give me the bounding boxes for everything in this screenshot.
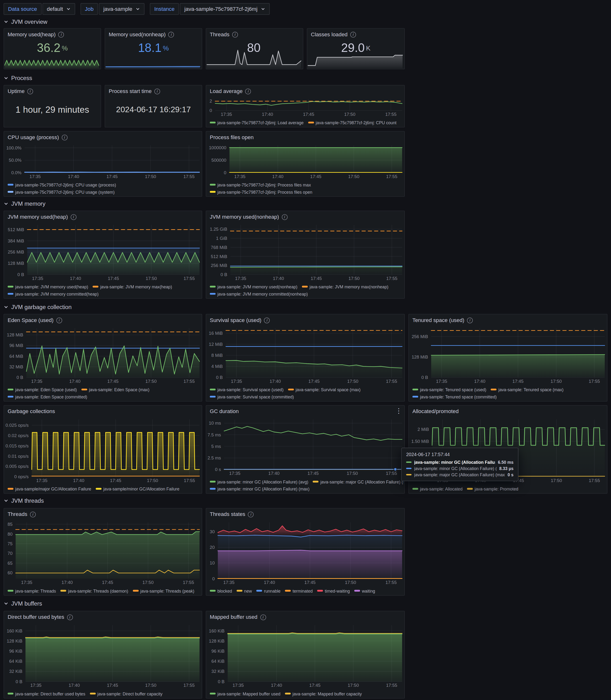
- panel-header[interactable]: Mapped buffer used i: [206, 611, 404, 623]
- legend-item[interactable]: java-sample-75c79877cf-2j6mj: Load avera…: [210, 120, 303, 125]
- legend-item[interactable]: java-sample-75c79877cf-2j6mj: CPU usage …: [8, 182, 116, 187]
- legend-item[interactable]: blocked: [210, 588, 232, 593]
- variable-value-datasource[interactable]: default: [42, 3, 75, 15]
- section-jvm-garbage-collection[interactable]: JVM garbage collection: [4, 303, 72, 310]
- panel-header[interactable]: Direct buffer used bytes i: [4, 611, 202, 623]
- chart-svg[interactable]: 0 B256 MiB512 MiB768 MiB1 GiB1.25 GiB17:…: [206, 223, 404, 282]
- legend-item[interactable]: java-sample: Eden Space (max): [81, 387, 149, 392]
- legend-item[interactable]: java-sample: Survival space (max): [288, 387, 360, 392]
- variable-label-datasource[interactable]: Data source: [4, 3, 42, 15]
- info-icon[interactable]: i: [67, 614, 73, 620]
- legend-item[interactable]: java-sample: minor GC (Allocation Failur…: [210, 486, 310, 491]
- section-jvm-buffers[interactable]: JVM buffers: [4, 599, 42, 607]
- chart-svg[interactable]: 0 B32 KiB64 KiB96 KiB128 KiB160 KiB17:35…: [206, 623, 404, 689]
- cpu-usage-chart[interactable]: 0.0%50.0%100.0%17:3517:4017:4517:5017:55: [4, 143, 201, 180]
- info-icon[interactable]: i: [245, 88, 251, 94]
- info-icon[interactable]: i: [168, 31, 174, 37]
- legend-item[interactable]: waiting: [354, 588, 375, 593]
- info-icon[interactable]: i: [248, 511, 254, 517]
- legend-item[interactable]: java-sample: JVM memory committed(heap): [8, 291, 99, 296]
- info-icon[interactable]: i: [30, 511, 36, 517]
- legend-item[interactable]: java-sample: Mapped buffer used: [210, 691, 281, 696]
- panel-header[interactable]: Process start time i: [105, 85, 202, 97]
- legend-item[interactable]: java-sample: Tenured space (max): [491, 387, 564, 392]
- section-jvm-memory[interactable]: JVM memory: [4, 200, 45, 207]
- panel-header[interactable]: Threads i: [206, 29, 303, 40]
- panel-header[interactable]: Allocated/promoted: [409, 406, 607, 417]
- garbage-collections-chart[interactable]: 0 ops/s0.005 ops/s0.01 ops/s0.015 ops/s0…: [4, 417, 201, 484]
- legend-item[interactable]: runnable: [256, 588, 281, 593]
- legend-item[interactable]: java-sample: Promoted: [467, 486, 518, 491]
- legend-item[interactable]: java-sample-75c79877cf-2j6mj: CPU usage …: [8, 189, 115, 194]
- legend-item[interactable]: java-sample: Tenured space (used): [413, 387, 486, 392]
- info-icon[interactable]: i: [467, 317, 473, 323]
- eden-space-chart[interactable]: 0 B32 MiB64 MiB96 MiB128 MiB17:3517:4017…: [4, 326, 201, 385]
- jvm-memory-heap-chart[interactable]: 0 B128 MiB256 MiB384 MiB512 MiB17:3517:4…: [4, 223, 201, 282]
- legend-item[interactable]: java-sample: Direct buffer capacity: [90, 691, 163, 696]
- chart-svg[interactable]: 010203017:3517:4017:4517:5017:55: [206, 520, 404, 586]
- panel-header[interactable]: Uptime i: [4, 85, 101, 97]
- legend-item[interactable]: java-sample: JVM memory used(nonheap): [210, 284, 298, 289]
- legend-item[interactable]: java-sample: JVM memory max(heap): [92, 284, 172, 289]
- mapped-buffer-chart[interactable]: 0 B32 KiB64 KiB96 KiB128 KiB160 KiB17:35…: [206, 623, 404, 689]
- gc-duration-chart[interactable]: 0 s2.5 ms5 ms7.5 ms10 ms17:3517:4017:451…: [206, 417, 404, 477]
- legend-item[interactable]: java-sample: Survival space (used): [210, 387, 284, 392]
- legend-item[interactable]: timed-waiting: [317, 588, 350, 593]
- panel-header[interactable]: Load average i: [206, 85, 404, 97]
- chart-svg[interactable]: 0 B4 MiB8 MiB12 MiB16 MiB17:3517:4017:45…: [206, 326, 404, 385]
- panel-header[interactable]: Garbage collections: [4, 406, 202, 417]
- legend-item[interactable]: terminated: [285, 588, 313, 593]
- variable-value-job[interactable]: java-sample: [99, 3, 144, 15]
- legend-item[interactable]: java-sample: Mapped buffer capacity: [285, 691, 362, 696]
- info-icon[interactable]: i: [350, 31, 356, 37]
- chart-svg[interactable]: 0 B128 MiB256 MiB17:3517:4017:4517:5017:…: [409, 326, 606, 385]
- section-jvm-overview[interactable]: JVM overview: [4, 18, 47, 25]
- info-icon[interactable]: i: [260, 614, 266, 620]
- info-icon[interactable]: i: [71, 214, 76, 219]
- chart-svg[interactable]: 0 B32 KiB64 KiB96 KiB128 KiB160 KiB17:35…: [4, 623, 201, 689]
- legend-item[interactable]: java-sample: Tenured space (committed): [413, 394, 497, 399]
- direct-buffer-chart[interactable]: 0 B32 KiB64 KiB96 KiB128 KiB160 KiB17:35…: [4, 623, 201, 689]
- threads-chart[interactable]: 60657075808517:3517:4017:4517:5017:55: [4, 520, 201, 586]
- legend-item[interactable]: java-sample: JVM memory max(nonheap): [302, 284, 388, 289]
- panel-header[interactable]: Memory used(nonheap) i: [105, 29, 202, 40]
- tenured-space-chart[interactable]: 0 B128 MiB256 MiB17:3517:4017:4517:5017:…: [409, 326, 606, 385]
- section-jvm-threads[interactable]: JVM threads: [4, 497, 44, 504]
- legend-item[interactable]: java-sample: Allocated: [413, 486, 463, 491]
- load-average-chart[interactable]: 0217:3517:4017:4517:5017:55: [206, 97, 404, 118]
- legend-item[interactable]: java-sample: Eden Space (used): [8, 387, 77, 392]
- info-icon[interactable]: i: [232, 31, 238, 37]
- process-files-open-chart[interactable]: 0500000100000017:3517:4017:4517:5017:55: [206, 143, 404, 180]
- info-icon[interactable]: i: [27, 88, 33, 94]
- survival-space-chart[interactable]: 0 B4 MiB8 MiB12 MiB16 MiB17:3517:4017:45…: [206, 326, 404, 385]
- info-icon[interactable]: i: [58, 31, 64, 37]
- chart-svg[interactable]: 0217:3517:4017:4517:5017:55: [206, 97, 404, 118]
- chart-svg[interactable]: 0 B32 MiB64 MiB96 MiB128 MiB17:3517:4017…: [4, 326, 201, 385]
- panel-header[interactable]: Process files open: [206, 132, 404, 143]
- info-icon[interactable]: i: [282, 214, 287, 219]
- panel-header[interactable]: GC duration: [206, 406, 404, 417]
- panel-header[interactable]: JVM memory used(heap) i: [4, 211, 202, 223]
- panel-header[interactable]: CPU usage (process) i: [4, 132, 202, 143]
- legend-item[interactable]: java-sample: minor GC (Allocation Failur…: [210, 479, 308, 484]
- panel-header[interactable]: Tenured space (used) i: [409, 314, 607, 326]
- info-icon[interactable]: i: [264, 317, 270, 323]
- panel-header[interactable]: Threads i: [4, 508, 202, 520]
- chart-svg[interactable]: 0.0%50.0%100.0%17:3517:4017:4517:5017:55: [4, 143, 201, 180]
- legend-item[interactable]: java-sample: JVM memory used(heap): [8, 284, 88, 289]
- legend-item[interactable]: java-sample: Threads (peak): [133, 588, 194, 593]
- legend-item[interactable]: java-sample/major GC/Allocation Failure: [8, 486, 91, 491]
- panel-header[interactable]: Classes loaded i: [307, 29, 404, 40]
- threads-states-chart[interactable]: 010203017:3517:4017:4517:5017:55: [206, 520, 404, 586]
- legend-item[interactable]: java-sample: Survival space (committed): [210, 394, 294, 399]
- legend-item[interactable]: java-sample: Threads (daemon): [61, 588, 128, 593]
- legend-item[interactable]: new: [237, 588, 252, 593]
- chart-svg[interactable]: 60657075808517:3517:4017:4517:5017:55: [4, 520, 201, 586]
- info-icon[interactable]: i: [61, 134, 67, 140]
- section-process[interactable]: Process: [4, 74, 32, 81]
- chart-svg[interactable]: 0 B128 MiB256 MiB384 MiB512 MiB17:3517:4…: [4, 223, 201, 282]
- legend-item[interactable]: java-sample: major GC (Allocation Failur…: [313, 479, 403, 484]
- chart-svg[interactable]: 0500000100000017:3517:4017:4517:5017:55: [206, 143, 404, 180]
- legend-item[interactable]: java-sample-75c79877cf-2j6mj: CPU count: [308, 120, 397, 125]
- jvm-memory-nonheap-chart[interactable]: 0 B256 MiB512 MiB768 MiB1 GiB1.25 GiB17:…: [206, 223, 404, 282]
